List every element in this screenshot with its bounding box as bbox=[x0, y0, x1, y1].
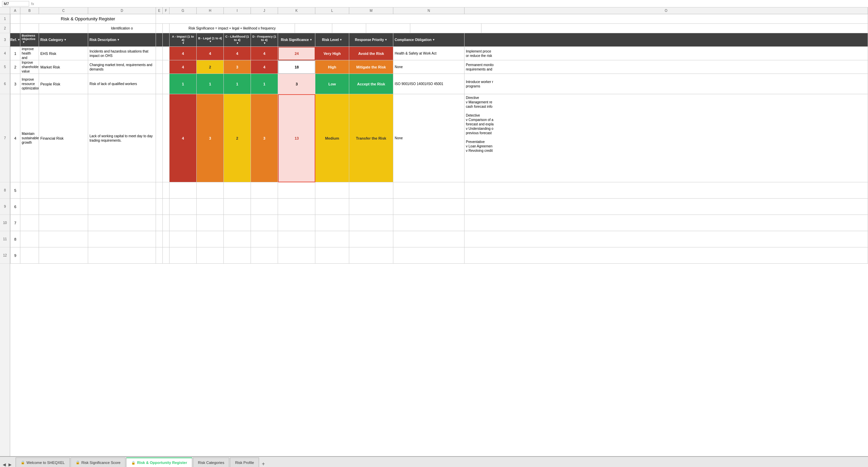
cell-reference-box[interactable] bbox=[2, 1, 29, 6]
legal-1[interactable]: 4 bbox=[197, 47, 224, 60]
cell-d9[interactable] bbox=[88, 199, 156, 215]
row-num-3[interactable]: 3 bbox=[0, 33, 10, 47]
priority-2[interactable]: Mitigate the Risk bbox=[349, 60, 393, 74]
likelihood-2[interactable]: 3 bbox=[224, 60, 251, 74]
compliance-1[interactable]: Health & Safety at Work Act bbox=[393, 47, 465, 60]
cell-b8[interactable] bbox=[20, 182, 39, 199]
ref-5[interactable]: 5 bbox=[10, 182, 20, 199]
frequency-filter-icon[interactable]: ▼ bbox=[263, 42, 266, 45]
row-num-10[interactable]: 10 bbox=[0, 215, 10, 231]
row-num-9[interactable]: 9 bbox=[0, 199, 10, 215]
ref-2[interactable]: 2 bbox=[10, 60, 20, 74]
cell-b9[interactable] bbox=[20, 199, 39, 215]
row-num-4[interactable]: 4 bbox=[0, 47, 10, 60]
ref-8[interactable]: 8 bbox=[10, 231, 20, 247]
impact-3[interactable]: 1 bbox=[170, 74, 197, 94]
biz-obj-4[interactable]: Maintain sustainable growth bbox=[20, 94, 39, 182]
col-header-h[interactable]: H bbox=[197, 7, 224, 14]
cell-g8[interactable] bbox=[170, 182, 197, 199]
col-header-j[interactable]: J bbox=[251, 7, 278, 14]
col-header-c[interactable]: C bbox=[39, 7, 88, 14]
cell-k8[interactable] bbox=[278, 182, 315, 199]
biz-filter-icon[interactable]: ▼ bbox=[22, 41, 25, 44]
compliance-header[interactable]: Compliance Obligation ▼ bbox=[393, 33, 465, 47]
impact-4[interactable]: 4 bbox=[170, 94, 197, 182]
risk-desc-1[interactable]: Incidents and hazardous situations that … bbox=[88, 47, 156, 60]
col-header-e[interactable]: E bbox=[156, 7, 163, 14]
ref-filter-icon[interactable]: ▼ bbox=[18, 38, 20, 41]
cell-d8[interactable] bbox=[88, 182, 156, 199]
level-2[interactable]: High bbox=[315, 60, 349, 74]
sig-filter-icon[interactable]: ▼ bbox=[310, 38, 312, 41]
risk-description-header[interactable]: Risk Description ▼ bbox=[88, 33, 156, 47]
compliance-2[interactable]: None bbox=[393, 60, 465, 74]
frequency-1[interactable]: 4 bbox=[251, 47, 278, 60]
biz-obj-2[interactable]: Inprove shareholder value bbox=[20, 60, 39, 74]
cell-n8[interactable] bbox=[393, 182, 465, 199]
col-header-a[interactable]: A bbox=[10, 7, 20, 14]
row-num-1[interactable]: 1 bbox=[0, 14, 10, 24]
level-4[interactable]: Medium bbox=[315, 94, 349, 182]
row-num-5[interactable]: 5 bbox=[0, 60, 10, 74]
compliance-4[interactable]: None bbox=[393, 94, 465, 182]
row-num-12[interactable]: 12 bbox=[0, 247, 10, 264]
risk-desc-4[interactable]: Lack of working capital to meet day to d… bbox=[88, 94, 156, 182]
likelihood-1[interactable]: 4 bbox=[224, 47, 251, 60]
priority-4[interactable]: Transfer the Risk bbox=[349, 94, 393, 182]
row-num-6[interactable]: 6 bbox=[0, 74, 10, 94]
biz-obj-1[interactable]: To improve health and safety bbox=[20, 47, 39, 60]
risk-desc-3[interactable]: Risk of lack of qualified workers bbox=[88, 74, 156, 94]
ref-3[interactable]: 3 bbox=[10, 74, 20, 94]
cell-j8[interactable] bbox=[251, 182, 278, 199]
col-header-i[interactable]: I bbox=[224, 7, 251, 14]
ref-header[interactable]: Ref. ▼ bbox=[10, 33, 20, 47]
likelihood-3[interactable]: 1 bbox=[224, 74, 251, 94]
col-header-l[interactable]: L bbox=[315, 7, 349, 14]
likelihood-filter-icon[interactable]: ▼ bbox=[236, 42, 239, 45]
compliance-3[interactable]: ISO 9001/ISO 14001/ISO 45001 bbox=[393, 74, 465, 94]
risk-cat-2[interactable]: Market Risk bbox=[39, 60, 88, 74]
impact-1[interactable]: 4 bbox=[170, 47, 197, 60]
frequency-2[interactable]: 4 bbox=[251, 60, 278, 74]
ref-6[interactable]: 6 bbox=[10, 199, 20, 215]
level-1[interactable]: Very High bbox=[315, 47, 349, 60]
col-header-m[interactable]: M bbox=[349, 7, 393, 14]
sig-3[interactable]: 3 bbox=[278, 74, 315, 94]
legal-3[interactable]: 1 bbox=[197, 74, 224, 94]
risk-cat-1[interactable]: EHS Risk bbox=[39, 47, 88, 60]
cell-c9[interactable] bbox=[39, 199, 88, 215]
sig-4[interactable]: 13 bbox=[278, 94, 315, 182]
risk-cat-3[interactable]: People Risk bbox=[39, 74, 88, 94]
row-num-11[interactable]: 11 bbox=[0, 231, 10, 247]
col-header-d[interactable]: D bbox=[88, 7, 156, 14]
impact-filter-icon[interactable]: ▼ bbox=[182, 42, 185, 45]
priority-1[interactable]: Avoid the Risk bbox=[349, 47, 393, 60]
col-header-b[interactable]: B bbox=[20, 7, 39, 14]
cell-l8[interactable] bbox=[315, 182, 349, 199]
frequency-4[interactable]: 3 bbox=[251, 94, 278, 182]
frequency-3[interactable]: 1 bbox=[251, 74, 278, 94]
ref-1[interactable]: 1 bbox=[10, 47, 20, 60]
tab-risk-register[interactable]: 🔒 Risk & Opportunity Register bbox=[126, 458, 192, 467]
tab-prev-icon[interactable]: ◀ bbox=[1, 462, 7, 467]
b-legal-header[interactable]: B - Legal (1 to 4) ▼ bbox=[197, 33, 224, 47]
sig-1[interactable]: 24 bbox=[278, 47, 315, 60]
level-3[interactable]: Low bbox=[315, 74, 349, 94]
business-objective-header[interactable]: Business Objective ▼ bbox=[20, 33, 39, 47]
a-impact-header[interactable]: A - Impact (1 to 4) ▼ bbox=[170, 33, 197, 47]
col-header-n[interactable]: N bbox=[393, 7, 465, 14]
desc-filter-icon[interactable]: ▼ bbox=[117, 38, 120, 41]
risk-significance-header[interactable]: Risk Significance ▼ bbox=[278, 33, 315, 47]
cat-filter-icon[interactable]: ▼ bbox=[64, 38, 66, 41]
response-priority-header[interactable]: Response Priority ▼ bbox=[349, 33, 393, 47]
cell-a2[interactable] bbox=[10, 24, 20, 33]
tab-risk-categories[interactable]: Risk Categories bbox=[193, 458, 230, 467]
compliance-filter-icon[interactable]: ▼ bbox=[432, 38, 435, 41]
col-header-k[interactable]: K bbox=[278, 7, 315, 14]
priority-filter-icon[interactable]: ▼ bbox=[384, 38, 387, 41]
ref-4[interactable]: 4 bbox=[10, 94, 20, 182]
biz-obj-3[interactable]: Improve resource optimization bbox=[20, 74, 39, 94]
cell-m8[interactable] bbox=[349, 182, 393, 199]
tab-next-icon[interactable]: ▶ bbox=[7, 462, 13, 467]
tab-risk-score[interactable]: 🔒 Risk Significance Score bbox=[71, 458, 126, 467]
